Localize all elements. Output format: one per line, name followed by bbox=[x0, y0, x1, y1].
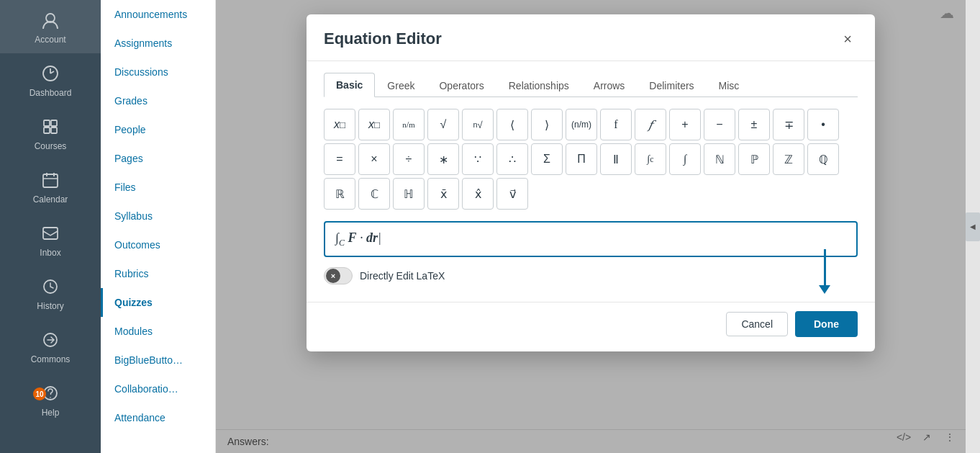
inbox-icon bbox=[39, 222, 62, 245]
sym-equals[interactable]: = bbox=[324, 143, 355, 175]
main-area: Announcements Assignments Discussions Gr… bbox=[101, 0, 980, 453]
svg-rect-6 bbox=[43, 174, 58, 187]
sym-langle[interactable]: ⟨ bbox=[496, 109, 528, 140]
nav-grades[interactable]: Grades bbox=[101, 86, 215, 115]
sym-product[interactable]: Π bbox=[566, 143, 597, 175]
sym-nth-root[interactable]: n√ bbox=[462, 109, 494, 140]
sidebar-item-label: Help bbox=[42, 408, 60, 418]
sym-because[interactable]: ∵ bbox=[462, 143, 494, 175]
sym-times[interactable]: × bbox=[358, 143, 390, 175]
nav-discussions[interactable]: Discussions bbox=[101, 58, 215, 86]
sidebar-item-calendar[interactable]: Calendar bbox=[0, 160, 101, 213]
nav-assignments[interactable]: Assignments bbox=[101, 29, 215, 58]
sym-rationals[interactable]: ℚ bbox=[807, 143, 839, 175]
arrow-shaft bbox=[824, 249, 826, 285]
sym-quaternions[interactable]: ℍ bbox=[393, 178, 425, 210]
sym-f-upright[interactable]: f bbox=[600, 109, 632, 140]
cancel-button[interactable]: Cancel bbox=[726, 312, 788, 336]
sym-sigma[interactable]: Σ bbox=[531, 143, 563, 175]
sym-f-italic[interactable]: 𝑓 bbox=[635, 109, 666, 140]
sidebar: Account Dashboard Courses bbox=[0, 0, 101, 453]
sym-x-bar[interactable]: x̄ bbox=[427, 178, 459, 210]
nav-rubrics[interactable]: Rubrics bbox=[101, 259, 215, 288]
sym-x-hat[interactable]: x̂ bbox=[462, 178, 494, 210]
sym-complex[interactable]: ℂ bbox=[358, 178, 390, 210]
nav-collaborations[interactable]: Collaboratio… bbox=[101, 374, 215, 403]
tab-delimiters[interactable]: Delimiters bbox=[637, 73, 706, 97]
sym-plus[interactable]: + bbox=[669, 109, 701, 140]
latex-toggle-button[interactable]: × bbox=[324, 267, 353, 284]
nav-files[interactable]: Files bbox=[101, 173, 215, 202]
sym-minusplus[interactable]: ∓ bbox=[773, 109, 804, 140]
sym-divide[interactable]: ÷ bbox=[393, 143, 425, 175]
sym-plusminus[interactable]: ± bbox=[738, 109, 770, 140]
arrow-head bbox=[819, 285, 830, 294]
sym-integral-c[interactable]: ∫c bbox=[635, 143, 666, 175]
sym-primes[interactable]: ℙ bbox=[738, 143, 770, 175]
sym-ast[interactable]: ∗ bbox=[427, 143, 459, 175]
nav-pages[interactable]: Pages bbox=[101, 144, 215, 173]
tab-arrows[interactable]: Arrows bbox=[581, 73, 638, 97]
modal-header: Equation Editor × bbox=[307, 14, 875, 61]
sym-therefore[interactable]: ∴ bbox=[496, 143, 528, 175]
modal-body: Basic Greek Operators Relationships Arro… bbox=[307, 61, 875, 302]
calendar-icon bbox=[39, 169, 62, 192]
equation-editor-modal: Equation Editor × Basic Greek Operators … bbox=[307, 14, 875, 351]
sym-binom[interactable]: (n/m) bbox=[566, 109, 597, 140]
content-area: ☁ Answers: </> ↗ ⋮ Equation Editor × bbox=[216, 0, 966, 453]
courses-icon bbox=[39, 115, 62, 138]
svg-point-14 bbox=[50, 397, 51, 398]
sidebar-item-label: Courses bbox=[35, 141, 67, 151]
sym-double-vline[interactable]: Ⅱ bbox=[600, 143, 632, 175]
modal-close-button[interactable]: × bbox=[838, 29, 858, 49]
sym-naturals[interactable]: ℕ bbox=[704, 143, 735, 175]
modal-overlay: Equation Editor × Basic Greek Operators … bbox=[216, 0, 966, 453]
sym-fraction[interactable]: n/m bbox=[393, 109, 425, 140]
commons-icon bbox=[39, 328, 62, 351]
sym-bullet[interactable]: • bbox=[807, 109, 839, 140]
svg-rect-10 bbox=[43, 228, 58, 239]
account-icon bbox=[39, 9, 62, 32]
sidebar-item-label: History bbox=[37, 301, 63, 311]
course-navigation: Announcements Assignments Discussions Gr… bbox=[101, 0, 216, 453]
sym-rangle[interactable]: ⟩ bbox=[531, 109, 563, 140]
sym-x-superscript[interactable]: x□ bbox=[358, 109, 390, 140]
sidebar-item-courses[interactable]: Courses bbox=[0, 107, 101, 160]
nav-announcements[interactable]: Announcements bbox=[101, 0, 215, 29]
nav-modules[interactable]: Modules bbox=[101, 317, 215, 346]
nav-attendance[interactable]: Attendance bbox=[101, 403, 215, 432]
nav-quizzes[interactable]: Quizzes bbox=[101, 288, 215, 317]
sidebar-item-account[interactable]: Account bbox=[0, 0, 101, 53]
sidebar-item-commons[interactable]: Commons bbox=[0, 320, 101, 373]
sym-reals[interactable]: ℝ bbox=[324, 178, 355, 210]
sym-minus[interactable]: − bbox=[704, 109, 735, 140]
symbol-row-3: ℝ ℂ ℍ x̄ x̂ v⃗ bbox=[324, 178, 858, 210]
sym-x-subscript[interactable]: x□ bbox=[324, 109, 355, 140]
done-button[interactable]: Done bbox=[795, 311, 858, 337]
latex-toggle-row: × Directly Edit LaTeX bbox=[324, 267, 858, 284]
symbol-row-2: = × ÷ ∗ ∵ ∴ Σ Π Ⅱ ∫c ∫ ℕ bbox=[324, 143, 858, 175]
symbol-grid: x□ x□ n/m √ n√ ⟨ ⟩ (n/m) f 𝑓 + bbox=[324, 109, 858, 210]
sym-v-vec[interactable]: v⃗ bbox=[496, 178, 528, 210]
sym-sqrt[interactable]: √ bbox=[427, 109, 459, 140]
equation-input[interactable]: ∫C F · dr| bbox=[324, 221, 858, 257]
nav-syllabus[interactable]: Syllabus bbox=[101, 202, 215, 230]
tab-misc[interactable]: Misc bbox=[707, 73, 752, 97]
symbol-row-1: x□ x□ n/m √ n√ ⟨ ⟩ (n/m) f 𝑓 + bbox=[324, 109, 858, 140]
nav-people[interactable]: People bbox=[101, 115, 215, 144]
sym-integers[interactable]: ℤ bbox=[773, 143, 804, 175]
right-panel-toggle[interactable]: ◀ bbox=[966, 212, 980, 241]
tab-greek[interactable]: Greek bbox=[375, 73, 427, 97]
tab-basic[interactable]: Basic bbox=[324, 73, 375, 97]
tab-operators[interactable]: Operators bbox=[427, 73, 496, 97]
nav-bigbluebutton[interactable]: BigBlueButto… bbox=[101, 346, 215, 374]
tab-relationships[interactable]: Relationships bbox=[496, 73, 581, 97]
sidebar-item-inbox[interactable]: Inbox bbox=[0, 213, 101, 266]
sidebar-item-history[interactable]: History bbox=[0, 266, 101, 320]
sym-integral[interactable]: ∫ bbox=[669, 143, 701, 175]
latex-toggle-label: Directly Edit LaTeX bbox=[360, 270, 445, 282]
toggle-x-icon: × bbox=[326, 269, 340, 283]
sidebar-item-dashboard[interactable]: Dashboard bbox=[0, 53, 101, 107]
sidebar-item-help[interactable]: 10 Help bbox=[0, 373, 101, 426]
nav-outcomes[interactable]: Outcomes bbox=[101, 230, 215, 259]
